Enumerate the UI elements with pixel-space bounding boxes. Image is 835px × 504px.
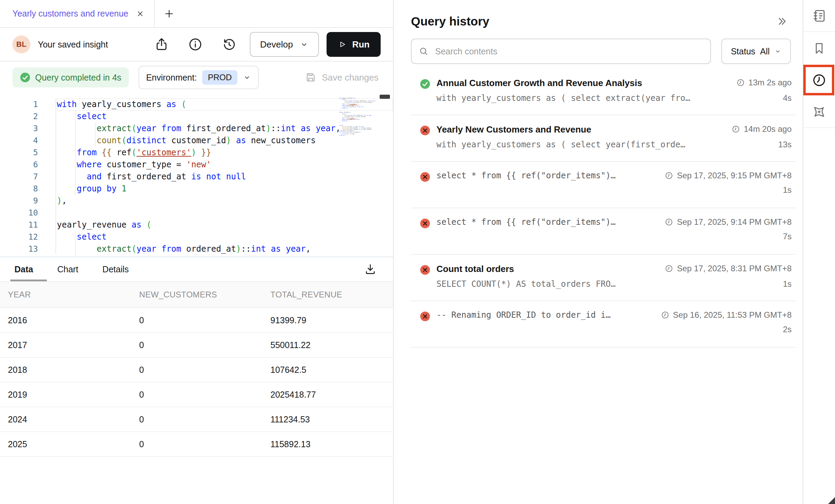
status-filter-label: Status [731,46,755,56]
clock-icon [736,78,745,87]
history-item[interactable]: Annual Customer Growth and Revenue Analy… [411,69,796,115]
table-row: 20240111234.53 [0,407,393,432]
code-line[interactable]: 2 select [0,111,393,123]
table-cell: 2024 [8,414,139,424]
notebook-icon [812,8,827,23]
status-filter-dropdown[interactable]: Status All [721,39,791,64]
active-tab-indicator [10,280,47,281]
code-line[interactable]: 5 from {{ ref('customers') }} [0,147,393,159]
search-box[interactable] [411,39,711,64]
code-line[interactable]: 11yearly_revenue as ( [0,219,393,231]
tab-title: Yearly customers and revenue [12,9,128,19]
environment-label: Environment: [146,73,197,83]
run-button[interactable]: Run [327,32,381,57]
table-cell: 115892.13 [270,439,393,449]
code-line[interactable]: 8 group by 1 [0,183,393,195]
tab-details[interactable]: Details [100,264,131,275]
history-item-duration: 4s [783,93,792,103]
code-line[interactable]: 6 where customer_type = 'new' [0,159,393,171]
table-cell: 0 [139,340,270,350]
tab-yearly-customers[interactable]: Yearly customers and revenue [0,0,154,27]
rail-item-query-history[interactable] [803,64,835,96]
query-status-badge: Query completed in 4s [12,67,129,87]
table-cell: 2025418.77 [270,390,393,400]
history-item-title: Yearly New Customers and Revenue [436,124,591,135]
column-header-total-revenue: TOTAL_REVENUE [270,290,393,300]
query-status-text: Query completed in 4s [35,73,121,83]
version-history-button[interactable] [221,37,237,52]
table-row: 20170550011.22 [0,333,393,358]
table-cell: 2019 [8,390,139,400]
history-item[interactable]: select * from {{ ref("order_items")…Sep … [411,162,796,208]
save-changes-button[interactable]: Save changes [302,71,381,84]
table-row: 20180107642.5 [0,358,393,382]
save-icon [305,71,317,84]
sql-editor[interactable]: 1with yearly_customers as (2 select3 ext… [0,93,393,256]
tab-data[interactable]: Data [12,264,35,275]
error-icon [420,172,430,182]
info-icon [188,37,203,52]
history-item-title: select * from {{ ref("order_items")… [436,217,616,227]
develop-button[interactable]: Develop [250,32,319,57]
scrollbar-thumb[interactable] [380,95,390,99]
history-item[interactable]: Yearly New Customers and Revenue14m 20s … [411,115,796,162]
clock-icon [664,264,673,273]
code-line[interactable]: 3 extract(year from first_ordered_at)::i… [0,123,393,135]
code-line[interactable]: 9), [0,195,393,207]
query-toolbar: Query completed in 4s Environment: PROD … [0,62,393,93]
share-icon [154,37,169,52]
history-item[interactable]: -- Renaming ORDER_ID to order_id i…Sep 1… [411,301,796,348]
clock-icon [812,73,827,88]
history-item-duration: 1s [783,185,792,195]
column-header-new-customers: NEW_CUSTOMERS [139,290,270,300]
new-tab-button[interactable] [164,8,175,19]
success-icon [420,79,430,89]
code-line[interactable]: 13 extract(year from ordered_at)::int as… [0,243,393,255]
search-input[interactable] [434,46,703,57]
collapse-panel-button[interactable] [776,16,787,27]
code-line[interactable]: 12 select [0,231,393,243]
history-item[interactable]: select * from {{ ref("order_items")…Sep … [411,208,796,255]
download-button[interactable] [363,262,377,276]
share-button[interactable] [154,37,169,52]
line-number: 4 [0,135,38,147]
table-cell: 2016 [8,315,139,325]
code-line[interactable]: 7 and first_ordered_at is not null [0,171,393,183]
query-history-list: Annual Customer Growth and Revenue Analy… [411,69,796,348]
explore-star-icon [811,104,827,120]
info-button[interactable] [188,37,203,52]
line-number: 8 [0,183,38,195]
rail-item-explore[interactable] [803,96,835,128]
clock-icon [661,311,670,319]
history-item-title: select * from {{ ref("order_items")… [436,171,616,180]
history-icon [221,37,237,52]
code-line[interactable]: 1with yearly_customers as ( [0,98,393,111]
table-cell: 107642.5 [270,365,393,375]
table-row: 20250115892.13 [0,432,393,457]
success-icon [20,72,30,83]
history-item-duration: 13s [778,140,792,149]
column-header-year: YEAR [8,290,139,300]
results-tab-bar: Data Chart Details [0,256,393,281]
tab-chart[interactable]: Chart [55,264,80,275]
history-item[interactable]: Count total ordersSep 17, 2025, 8:31 PM … [411,255,796,301]
rail-item-bookmarks[interactable] [803,32,835,64]
code-line[interactable]: 10 [0,207,393,219]
table-cell: 0 [139,439,270,449]
minimap[interactable]: with yearly_customers as ( select extrac… [339,97,379,136]
rail-item-notebook[interactable] [803,0,835,32]
query-history-panel: Query history Status All Annual Customer… [394,0,803,504]
table-cell: 2025 [8,439,139,449]
line-number: 12 [0,231,38,243]
tab-close-button[interactable] [135,9,145,19]
right-icon-rail [803,0,835,504]
code-line[interactable]: 4 count(distinct customer_id) as new_cus… [0,135,393,147]
editor-panel: Yearly customers and revenue BL Your sav… [0,0,393,504]
table-cell: 0 [139,365,270,375]
line-number: 6 [0,159,38,171]
environment-select[interactable]: Environment: PROD [138,66,259,89]
history-item-time: Sep 17, 2025, 9:15 PM GMT+8 [658,171,792,180]
owner-label: Your saved insight [38,40,108,50]
line-number: 2 [0,111,38,123]
line-number: 11 [0,219,38,231]
